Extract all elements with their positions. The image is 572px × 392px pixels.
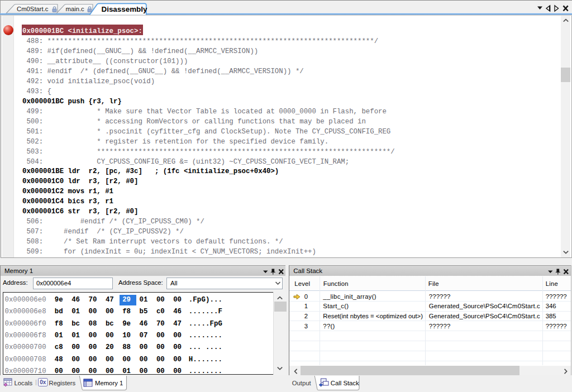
- svg-text:0x: 0x: [40, 379, 46, 385]
